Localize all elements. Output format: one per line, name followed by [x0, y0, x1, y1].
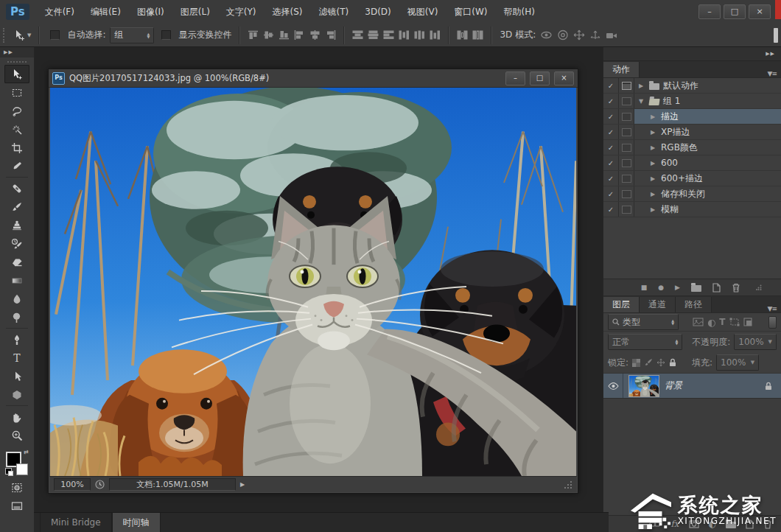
- tab-mini-bridge[interactable]: Mini Bridge: [40, 513, 112, 532]
- move-tool[interactable]: [4, 65, 29, 83]
- tools-collapse-button[interactable]: ▶▶: [0, 47, 34, 57]
- menu-item-edit[interactable]: 编辑(E): [83, 1, 129, 24]
- play-button[interactable]: ▶: [675, 284, 680, 291]
- action-check-icon[interactable]: ✓: [603, 78, 619, 93]
- align-bottom-edges-icon[interactable]: [279, 30, 290, 40]
- menu-item-view[interactable]: 视图(V): [399, 1, 446, 24]
- expand-arrow-icon[interactable]: ▶: [648, 160, 657, 167]
- actions-resize-grip[interactable]: [756, 284, 762, 290]
- action-check-icon[interactable]: ✓: [603, 125, 619, 139]
- expand-arrow-icon[interactable]: ▶: [648, 144, 657, 151]
- action-row[interactable]: ✓ ▶XP描边: [603, 125, 781, 140]
- align-top-edges-icon[interactable]: [248, 30, 259, 40]
- action-row[interactable]: ✓ ▶600: [603, 155, 781, 171]
- align-vertical-centers-icon[interactable]: [263, 30, 274, 40]
- distribute-bottom-edges-icon[interactable]: [383, 30, 394, 40]
- expand-arrow-icon[interactable]: ▶: [648, 175, 657, 182]
- action-check-icon[interactable]: ✓: [603, 171, 619, 186]
- doc-minimize-button[interactable]: –: [505, 71, 525, 85]
- rectangular-marquee-tool[interactable]: [4, 83, 29, 102]
- distribute-spacing-vertical-icon[interactable]: [457, 30, 468, 40]
- distribute-vertical-centers-icon[interactable]: [368, 30, 379, 40]
- 3d-roll-icon[interactable]: [557, 29, 569, 41]
- hand-tool[interactable]: [4, 407, 29, 426]
- distribute-top-edges-icon[interactable]: [352, 30, 363, 40]
- filter-type-layers-icon[interactable]: T: [719, 317, 725, 327]
- menu-item-select[interactable]: 选择(S): [265, 1, 311, 24]
- menu-item-type[interactable]: 文字(Y): [218, 1, 265, 24]
- move-tool-preset-icon[interactable]: ▼: [13, 29, 31, 41]
- action-dialog-toggle[interactable]: [619, 202, 634, 217]
- action-dialog-toggle[interactable]: [619, 155, 634, 170]
- record-button[interactable]: ●: [658, 284, 664, 291]
- close-button[interactable]: ×: [749, 4, 771, 19]
- tab-paths[interactable]: 路径: [676, 297, 712, 312]
- menu-item-file[interactable]: 文件(F): [37, 1, 83, 24]
- zoom-tool[interactable]: [4, 426, 29, 444]
- layer-row-background[interactable]: 背景: [603, 374, 781, 399]
- stop-button[interactable]: ■: [641, 284, 648, 291]
- lock-position-icon[interactable]: [656, 358, 665, 367]
- new-set-button[interactable]: [691, 285, 701, 292]
- action-check-icon[interactable]: ✓: [603, 202, 619, 217]
- distribute-horizontal-centers-icon[interactable]: [414, 30, 425, 40]
- collapse-arrow-icon[interactable]: ▼: [637, 98, 645, 105]
- blend-mode-dropdown[interactable]: 正常 ▲▼: [608, 334, 682, 350]
- menu-item-layer[interactable]: 图层(L): [172, 1, 218, 24]
- brush-tool[interactable]: [4, 197, 29, 216]
- blur-tool[interactable]: [4, 290, 29, 308]
- status-options-arrow[interactable]: ▶: [240, 481, 245, 488]
- custom-shape-tool[interactable]: [4, 385, 29, 404]
- action-row[interactable]: ✓ ▶RGB颜色: [603, 140, 781, 155]
- actions-panel-menu-icon[interactable]: ▼≡: [768, 70, 777, 77]
- distribute-left-edges-icon[interactable]: [399, 30, 410, 40]
- action-check-icon[interactable]: ✓: [603, 109, 619, 124]
- expand-arrow-icon[interactable]: ▶: [637, 83, 645, 89]
- action-set-row[interactable]: ✓ ▼组 1: [603, 94, 781, 109]
- distribute-right-edges-icon[interactable]: [430, 30, 441, 40]
- 3d-slide-icon[interactable]: [589, 29, 601, 41]
- tab-timeline[interactable]: 时间轴: [112, 513, 161, 532]
- action-check-icon[interactable]: ✓: [603, 140, 619, 155]
- history-brush-tool[interactable]: [4, 234, 29, 253]
- dodge-tool[interactable]: [4, 308, 29, 326]
- action-dialog-toggle[interactable]: [619, 78, 634, 93]
- lasso-tool[interactable]: [4, 102, 29, 120]
- action-dialog-toggle[interactable]: [619, 171, 634, 186]
- action-row[interactable]: ✓ ▶模糊: [603, 202, 781, 217]
- crop-tool[interactable]: [4, 139, 29, 157]
- action-row[interactable]: ✓ ▶600+描边: [603, 171, 781, 186]
- eyedropper-tool[interactable]: [4, 157, 29, 175]
- expand-arrow-icon[interactable]: ▶: [648, 129, 657, 136]
- menu-item-image[interactable]: 图像(I): [129, 1, 172, 24]
- action-dialog-toggle[interactable]: [619, 94, 634, 108]
- menu-item-filter[interactable]: 滤镜(T): [311, 1, 357, 24]
- filter-adjustment-layers-icon[interactable]: ◐: [707, 317, 715, 328]
- filter-type-dropdown[interactable]: 类型 ▲▼: [608, 314, 679, 330]
- swap-colors-icon[interactable]: ⇄: [24, 449, 29, 455]
- tab-layers[interactable]: 图层: [603, 297, 640, 312]
- horizontal-type-tool[interactable]: T: [4, 349, 29, 367]
- background-color-swatch[interactable]: [16, 463, 28, 475]
- clone-stamp-tool[interactable]: [4, 216, 29, 234]
- opacity-dropdown[interactable]: 100% ▼: [734, 334, 777, 350]
- zoom-level-field[interactable]: 100%: [54, 478, 91, 491]
- tab-actions[interactable]: 动作: [603, 62, 640, 77]
- expand-arrow-icon[interactable]: ▶: [648, 191, 657, 197]
- new-action-button[interactable]: [712, 283, 721, 293]
- align-horizontal-centers-icon[interactable]: [309, 30, 321, 40]
- 3d-rotate-icon[interactable]: [540, 29, 553, 41]
- align-right-edges-icon[interactable]: [325, 30, 336, 40]
- action-set-row[interactable]: ✓ ▶默认动作: [603, 78, 781, 94]
- align-left-edges-icon[interactable]: [294, 30, 305, 40]
- path-selection-tool[interactable]: [4, 367, 29, 385]
- magic-wand-tool[interactable]: [4, 120, 29, 139]
- fill-dropdown[interactable]: 100% ▼: [716, 354, 759, 371]
- screen-mode-button[interactable]: [4, 497, 29, 515]
- action-row[interactable]: ✓ ▶储存和关闭: [603, 186, 781, 202]
- action-dialog-toggle[interactable]: [619, 125, 634, 139]
- expand-arrow-icon[interactable]: ▶: [648, 206, 657, 213]
- dock-collapse-button[interactable]: ▶▶: [603, 47, 781, 61]
- 3d-zoom-camera-icon[interactable]: [606, 30, 619, 41]
- action-row-selected[interactable]: ✓ ▶描边: [603, 109, 781, 125]
